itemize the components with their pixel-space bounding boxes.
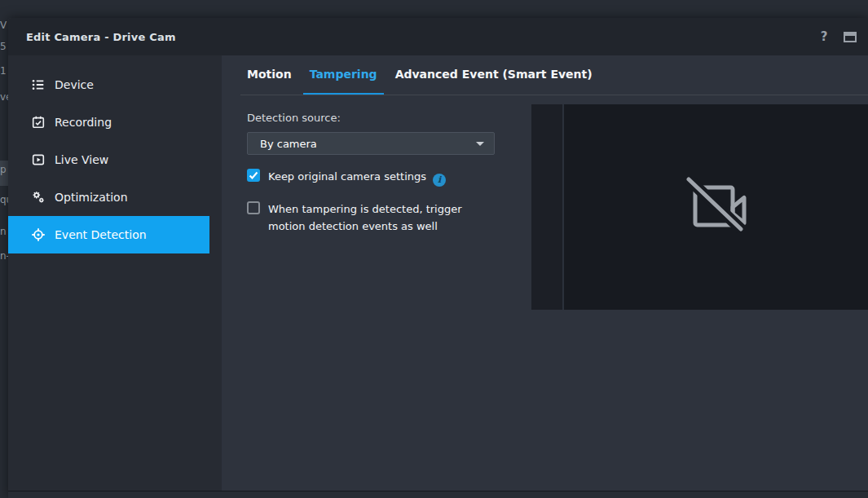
background-text-fragment: 5 xyxy=(0,41,7,52)
sidebar-item-optimization[interactable]: Optimization xyxy=(8,178,209,216)
sidebar-item-label: Optimization xyxy=(55,191,128,204)
dialog-titlebar: Edit Camera - Drive Cam ? xyxy=(8,18,868,55)
sidebar-item-label: Live View xyxy=(55,153,108,166)
keep-settings-checkbox[interactable] xyxy=(247,169,260,182)
sidebar-item-label: Event Detection xyxy=(55,228,147,241)
detection-source-value: By camera xyxy=(260,138,476,150)
settings-sidebar: Device Recording xyxy=(8,55,222,491)
keep-settings-row: Keep original camera settingsi xyxy=(247,168,508,187)
tab-tampering[interactable]: Tampering xyxy=(303,55,384,95)
background-text-fragment: p xyxy=(0,164,7,175)
detection-source-label: Detection source: xyxy=(247,112,508,124)
chevron-down-icon xyxy=(476,142,484,146)
keep-settings-label: Keep original camera settingsi xyxy=(268,168,446,187)
window-mode-icon[interactable] xyxy=(844,32,857,42)
background-text-fragment: qu xyxy=(0,194,8,205)
keep-settings-text: Keep original camera settings xyxy=(268,170,426,183)
dialog-body: Device Recording xyxy=(8,55,868,491)
background-text-fragment: 1 xyxy=(0,65,7,77)
preview-video-area xyxy=(564,104,868,310)
sidebar-item-device[interactable]: Device xyxy=(8,66,209,104)
event-detection-panel: Motion Tampering Advanced Event (Smart E… xyxy=(222,55,868,491)
sidebar-item-label: Recording xyxy=(55,116,112,129)
camera-off-icon xyxy=(684,177,749,237)
gears-icon xyxy=(31,190,46,205)
sidebar-item-live-view[interactable]: Live View xyxy=(8,141,209,178)
edit-camera-dialog: Edit Camera - Drive Cam ? xyxy=(8,18,868,498)
background-text-fragment: n xyxy=(0,226,7,237)
trigger-motion-row: When tampering is detected, trigger moti… xyxy=(247,201,508,235)
tab-motion[interactable]: Motion xyxy=(240,55,298,95)
camera-preview xyxy=(531,104,868,310)
tab-advanced-event[interactable]: Advanced Event (Smart Event) xyxy=(389,55,599,95)
sidebar-item-event-detection[interactable]: Event Detection xyxy=(8,216,209,253)
target-icon xyxy=(31,227,46,242)
tampering-form: Detection source: By camera Keep origina… xyxy=(247,95,508,235)
list-icon xyxy=(31,77,46,92)
tabs-bar: Motion Tampering Advanced Event (Smart E… xyxy=(222,55,868,95)
trigger-motion-checkbox[interactable] xyxy=(247,201,260,214)
help-icon[interactable]: ? xyxy=(814,29,834,44)
detection-source-select[interactable]: By camera xyxy=(247,132,495,155)
calendar-check-icon xyxy=(31,115,46,130)
background-text-fragment: V xyxy=(0,20,7,31)
background-text-fragment: n- xyxy=(0,250,8,262)
sidebar-item-label: Device xyxy=(55,78,94,91)
trigger-motion-label: When tampering is detected, trigger moti… xyxy=(268,201,474,235)
sidebar-item-recording[interactable]: Recording xyxy=(8,104,209,141)
play-box-icon xyxy=(31,152,46,167)
preview-letterbox xyxy=(531,104,562,310)
info-icon[interactable]: i xyxy=(433,174,446,187)
dialog-footer xyxy=(8,491,868,498)
background-window-strip: V 5 1 ve p qu n n- xyxy=(0,0,8,498)
dialog-title: Edit Camera - Drive Cam xyxy=(26,31,176,43)
background-text-fragment: ve xyxy=(0,91,8,103)
